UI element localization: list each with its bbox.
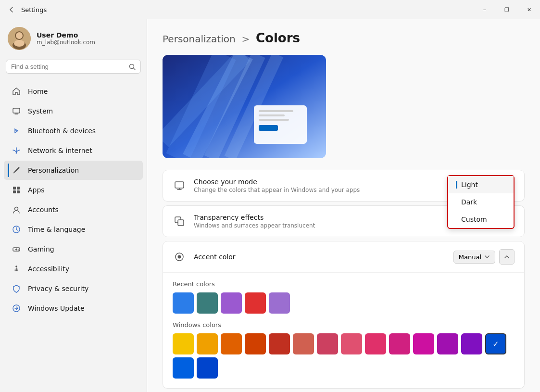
sidebar-item-gaming[interactable]: Gaming [4, 240, 143, 259]
win-swatch-14[interactable] [173, 357, 194, 379]
sidebar-item-bluetooth[interactable]: Bluetooth & devices [4, 121, 143, 140]
home-icon [12, 87, 21, 96]
svg-point-19 [18, 249, 19, 250]
win-swatch-7[interactable] [341, 333, 362, 354]
user-profile[interactable]: User Demo m_lab@outlook.com [0, 19, 147, 60]
sidebar-item-apps-label: Apps [28, 186, 45, 194]
win-swatch-0[interactable] [173, 333, 194, 354]
win-swatch-13[interactable] [485, 333, 506, 354]
win-swatch-10[interactable] [413, 333, 434, 354]
chevron-up-icon [504, 254, 510, 260]
dropdown-item-light[interactable]: Light [448, 176, 514, 193]
sidebar-item-privacy[interactable]: Privacy & security [4, 279, 143, 298]
choose-mode-row: Choose your mode Change the colors that … [163, 170, 524, 201]
win-swatch-5[interactable] [293, 333, 314, 354]
recent-color-swatches [173, 292, 515, 314]
preview-line-1 [259, 110, 293, 112]
active-indicator [456, 181, 457, 189]
win-swatch-12[interactable] [461, 333, 482, 354]
sidebar-item-apps[interactable]: Apps [4, 180, 143, 200]
sidebar: User Demo m_lab@outlook.com Home [0, 19, 147, 392]
dropdown-dark-label: Dark [461, 198, 477, 206]
sidebar-item-system[interactable]: System [4, 101, 143, 121]
accent-body: Recent colors Windows colors [163, 272, 524, 388]
sidebar-item-bluetooth-label: Bluetooth & devices [28, 127, 96, 135]
win-swatch-3[interactable] [245, 333, 266, 354]
sidebar-item-network[interactable]: Network & internet [4, 141, 143, 160]
app-body: User Demo m_lab@outlook.com Home [0, 19, 540, 392]
sidebar-item-accessibility[interactable]: Accessibility [4, 259, 143, 278]
svg-line-6 [134, 68, 136, 70]
sidebar-item-personalization[interactable]: Personalization [4, 161, 143, 180]
recent-swatch-3[interactable] [245, 292, 266, 314]
dropdown-custom-label: Custom [461, 215, 487, 223]
sidebar-item-system-label: System [28, 107, 53, 115]
win-swatch-11[interactable] [437, 333, 458, 354]
sidebar-item-accessibility-label: Accessibility [28, 265, 69, 273]
breadcrumb: Personalization > Colors [163, 31, 525, 45]
svg-rect-12 [13, 190, 16, 193]
close-button[interactable]: ✕ [518, 2, 540, 17]
windows-color-swatches [173, 333, 515, 379]
svg-point-14 [15, 207, 18, 211]
win-swatch-1[interactable] [197, 333, 218, 354]
accent-mode-value: Manual [459, 253, 481, 261]
search-bar[interactable] [6, 60, 141, 74]
main-content: Personalization > Colors [147, 19, 540, 392]
update-icon [12, 303, 21, 313]
accent-expand-button[interactable] [499, 249, 515, 265]
sidebar-item-time[interactable]: Time & language [4, 220, 143, 239]
recent-colors-title: Recent colors [173, 280, 515, 288]
win-swatch-15[interactable] [197, 357, 218, 379]
accounts-icon [12, 205, 21, 215]
sidebar-item-privacy-label: Privacy & security [28, 285, 88, 292]
svg-point-21 [15, 266, 17, 267]
sidebar-item-home[interactable]: Home [4, 82, 143, 101]
win-swatch-4[interactable] [269, 333, 290, 354]
svg-point-35 [178, 255, 181, 259]
transparency-icon [173, 215, 186, 228]
recent-swatch-4[interactable] [269, 292, 290, 314]
transparency-text: Transparency effects Windows and surface… [194, 214, 486, 229]
win-swatch-6[interactable] [317, 333, 338, 354]
apps-icon [12, 185, 21, 195]
svg-point-9 [16, 152, 17, 154]
search-icon [129, 63, 136, 70]
win-swatch-8[interactable] [365, 333, 386, 354]
win-swatch-2[interactable] [221, 333, 242, 354]
sidebar-item-accounts[interactable]: Accounts [4, 200, 143, 219]
recent-swatch-0[interactable] [173, 292, 194, 314]
svg-rect-33 [178, 220, 184, 226]
dropdown-item-custom[interactable]: Custom [448, 211, 514, 228]
recent-swatch-2[interactable] [221, 292, 242, 314]
avatar [8, 27, 31, 50]
accent-header-right: Manual [453, 249, 515, 265]
maximize-button[interactable]: ❐ [496, 2, 518, 17]
sidebar-item-update[interactable]: Windows Update [4, 299, 143, 318]
preview-line-3 [259, 119, 289, 121]
breadcrumb-parent: Personalization [163, 33, 236, 45]
svg-point-3 [16, 32, 23, 39]
titlebar: Settings − ❐ ✕ [0, 0, 540, 19]
accent-color-section: Accent color Manual [163, 241, 525, 389]
search-input[interactable] [11, 63, 125, 70]
dropdown-light-label: Light [461, 181, 478, 189]
breadcrumb-current: Colors [256, 31, 300, 45]
window-controls: − ❐ ✕ [474, 2, 540, 17]
accessibility-icon [12, 264, 21, 274]
svg-rect-7 [13, 108, 20, 113]
dropdown-item-dark[interactable]: Dark [448, 193, 514, 211]
back-icon[interactable] [8, 6, 15, 13]
svg-rect-10 [13, 187, 16, 190]
accent-title: Accent color [194, 253, 446, 261]
svg-point-4 [14, 40, 25, 47]
recent-swatch-1[interactable] [197, 292, 218, 314]
svg-rect-29 [175, 182, 184, 188]
win-swatch-9[interactable] [389, 333, 410, 354]
accent-mode-dropdown[interactable]: Manual [453, 251, 495, 264]
sidebar-item-home-label: Home [28, 88, 48, 95]
sidebar-item-accounts-label: Accounts [28, 206, 59, 214]
accent-icon [173, 250, 186, 264]
preview-button [259, 125, 278, 131]
minimize-button[interactable]: − [474, 2, 496, 17]
